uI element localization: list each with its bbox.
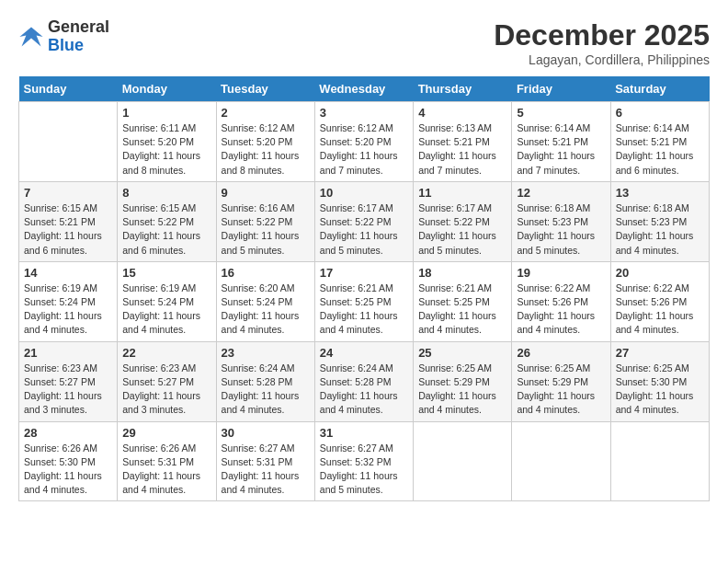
day-number: 14 <box>24 266 112 280</box>
day-number: 15 <box>122 266 210 280</box>
day-number: 30 <box>222 426 310 440</box>
day-info: Sunrise: 6:11 AM Sunset: 5:20 PM Dayligh… <box>122 121 210 178</box>
day-info: Sunrise: 6:23 AM Sunset: 5:27 PM Dayligh… <box>122 362 210 418</box>
day-number: 25 <box>418 346 506 360</box>
weekday-header-thursday: Thursday <box>414 76 512 102</box>
day-number: 8 <box>122 186 210 200</box>
day-info: Sunrise: 6:15 AM Sunset: 5:22 PM Dayligh… <box>122 201 210 258</box>
day-number: 4 <box>418 106 506 120</box>
calendar-header: SundayMondayTuesdayWednesdayThursdayFrid… <box>19 76 710 102</box>
day-info: Sunrise: 6:25 AM Sunset: 5:29 PM Dayligh… <box>517 362 605 418</box>
calendar-cell <box>512 421 610 501</box>
calendar-cell: 14Sunrise: 6:19 AM Sunset: 5:24 PM Dayli… <box>19 261 118 341</box>
calendar-week-3: 14Sunrise: 6:19 AM Sunset: 5:24 PM Dayli… <box>19 261 710 341</box>
day-info: Sunrise: 6:19 AM Sunset: 5:24 PM Dayligh… <box>122 282 210 338</box>
day-number: 22 <box>122 346 210 360</box>
weekday-header-monday: Monday <box>118 76 216 102</box>
calendar-cell: 12Sunrise: 6:18 AM Sunset: 5:23 PM Dayli… <box>512 181 610 261</box>
day-info: Sunrise: 6:27 AM Sunset: 5:31 PM Dayligh… <box>222 442 310 498</box>
calendar-cell: 6Sunrise: 6:14 AM Sunset: 5:21 PM Daylig… <box>610 102 709 182</box>
day-info: Sunrise: 6:24 AM Sunset: 5:28 PM Dayligh… <box>222 362 310 418</box>
day-info: Sunrise: 6:25 AM Sunset: 5:30 PM Dayligh… <box>616 362 704 418</box>
calendar-cell: 4Sunrise: 6:13 AM Sunset: 5:21 PM Daylig… <box>414 102 512 182</box>
day-info: Sunrise: 6:24 AM Sunset: 5:28 PM Dayligh… <box>320 362 408 418</box>
day-info: Sunrise: 6:23 AM Sunset: 5:27 PM Dayligh… <box>24 362 112 418</box>
day-info: Sunrise: 6:27 AM Sunset: 5:32 PM Dayligh… <box>320 442 408 498</box>
calendar-cell: 9Sunrise: 6:16 AM Sunset: 5:22 PM Daylig… <box>216 181 314 261</box>
calendar-cell <box>414 421 512 501</box>
day-info: Sunrise: 6:22 AM Sunset: 5:26 PM Dayligh… <box>616 282 704 338</box>
calendar-cell: 15Sunrise: 6:19 AM Sunset: 5:24 PM Dayli… <box>118 261 216 341</box>
day-info: Sunrise: 6:25 AM Sunset: 5:29 PM Dayligh… <box>418 362 506 418</box>
calendar-cell: 11Sunrise: 6:17 AM Sunset: 5:22 PM Dayli… <box>414 181 512 261</box>
location-subtitle: Lagayan, Cordillera, Philippines <box>494 52 710 67</box>
calendar-cell: 22Sunrise: 6:23 AM Sunset: 5:27 PM Dayli… <box>118 341 216 421</box>
calendar-cell: 7Sunrise: 6:15 AM Sunset: 5:21 PM Daylig… <box>19 181 118 261</box>
calendar-cell: 27Sunrise: 6:25 AM Sunset: 5:30 PM Dayli… <box>610 341 709 421</box>
day-number: 28 <box>24 426 112 440</box>
weekday-header-saturday: Saturday <box>610 76 709 102</box>
weekday-header-row: SundayMondayTuesdayWednesdayThursdayFrid… <box>19 76 710 102</box>
svg-marker-0 <box>19 27 42 46</box>
calendar-cell: 17Sunrise: 6:21 AM Sunset: 5:25 PM Dayli… <box>314 261 413 341</box>
day-info: Sunrise: 6:14 AM Sunset: 5:21 PM Dayligh… <box>517 121 605 178</box>
calendar-cell: 3Sunrise: 6:12 AM Sunset: 5:20 PM Daylig… <box>314 102 413 182</box>
calendar-cell <box>19 102 118 182</box>
day-number: 19 <box>517 266 605 280</box>
day-number: 21 <box>24 346 112 360</box>
calendar-week-1: 1Sunrise: 6:11 AM Sunset: 5:20 PM Daylig… <box>19 102 710 182</box>
calendar-cell: 28Sunrise: 6:26 AM Sunset: 5:30 PM Dayli… <box>19 421 118 501</box>
calendar-cell: 2Sunrise: 6:12 AM Sunset: 5:20 PM Daylig… <box>216 102 314 182</box>
calendar-cell: 19Sunrise: 6:22 AM Sunset: 5:26 PM Dayli… <box>512 261 610 341</box>
calendar-cell: 25Sunrise: 6:25 AM Sunset: 5:29 PM Dayli… <box>414 341 512 421</box>
day-info: Sunrise: 6:20 AM Sunset: 5:24 PM Dayligh… <box>222 282 310 338</box>
day-number: 2 <box>222 106 310 120</box>
calendar-body: 1Sunrise: 6:11 AM Sunset: 5:20 PM Daylig… <box>19 102 710 501</box>
weekday-header-friday: Friday <box>512 76 610 102</box>
calendar-cell: 16Sunrise: 6:20 AM Sunset: 5:24 PM Dayli… <box>216 261 314 341</box>
weekday-header-tuesday: Tuesday <box>216 76 314 102</box>
day-number: 18 <box>418 266 506 280</box>
day-number: 1 <box>122 106 210 120</box>
day-info: Sunrise: 6:21 AM Sunset: 5:25 PM Dayligh… <box>418 282 506 338</box>
day-number: 26 <box>517 346 605 360</box>
day-number: 17 <box>320 266 408 280</box>
calendar-cell: 26Sunrise: 6:25 AM Sunset: 5:29 PM Dayli… <box>512 341 610 421</box>
calendar-cell: 20Sunrise: 6:22 AM Sunset: 5:26 PM Dayli… <box>610 261 709 341</box>
day-number: 10 <box>320 186 408 200</box>
calendar-week-2: 7Sunrise: 6:15 AM Sunset: 5:21 PM Daylig… <box>19 181 710 261</box>
weekday-header-sunday: Sunday <box>19 76 118 102</box>
day-info: Sunrise: 6:22 AM Sunset: 5:26 PM Dayligh… <box>517 282 605 338</box>
day-number: 29 <box>122 426 210 440</box>
calendar-cell: 31Sunrise: 6:27 AM Sunset: 5:32 PM Dayli… <box>314 421 413 501</box>
calendar-cell: 10Sunrise: 6:17 AM Sunset: 5:22 PM Dayli… <box>314 181 413 261</box>
day-number: 5 <box>517 106 605 120</box>
calendar-cell: 21Sunrise: 6:23 AM Sunset: 5:27 PM Dayli… <box>19 341 118 421</box>
day-number: 9 <box>222 186 310 200</box>
day-info: Sunrise: 6:26 AM Sunset: 5:31 PM Dayligh… <box>122 442 210 498</box>
calendar-cell: 1Sunrise: 6:11 AM Sunset: 5:20 PM Daylig… <box>118 102 216 182</box>
calendar-cell: 29Sunrise: 6:26 AM Sunset: 5:31 PM Dayli… <box>118 421 216 501</box>
day-number: 23 <box>222 346 310 360</box>
month-title: December 2025 <box>494 18 710 52</box>
calendar-cell <box>610 421 709 501</box>
logo-bird-icon <box>18 24 44 50</box>
day-info: Sunrise: 6:17 AM Sunset: 5:22 PM Dayligh… <box>418 201 506 258</box>
day-number: 27 <box>616 346 704 360</box>
day-info: Sunrise: 6:15 AM Sunset: 5:21 PM Dayligh… <box>24 201 112 258</box>
day-info: Sunrise: 6:16 AM Sunset: 5:22 PM Dayligh… <box>222 201 310 258</box>
calendar-cell: 30Sunrise: 6:27 AM Sunset: 5:31 PM Dayli… <box>216 421 314 501</box>
calendar-cell: 24Sunrise: 6:24 AM Sunset: 5:28 PM Dayli… <box>314 341 413 421</box>
calendar-cell: 23Sunrise: 6:24 AM Sunset: 5:28 PM Dayli… <box>216 341 314 421</box>
title-block: December 2025 Lagayan, Cordillera, Phili… <box>494 18 710 67</box>
day-number: 13 <box>616 186 704 200</box>
logo-blue: Blue <box>48 36 84 54</box>
day-info: Sunrise: 6:18 AM Sunset: 5:23 PM Dayligh… <box>616 201 704 258</box>
day-info: Sunrise: 6:26 AM Sunset: 5:30 PM Dayligh… <box>24 442 112 498</box>
day-number: 16 <box>222 266 310 280</box>
page-header: General Blue December 2025 Lagayan, Cord… <box>18 18 710 67</box>
day-info: Sunrise: 6:19 AM Sunset: 5:24 PM Dayligh… <box>24 282 112 338</box>
day-number: 3 <box>320 106 408 120</box>
day-info: Sunrise: 6:21 AM Sunset: 5:25 PM Dayligh… <box>320 282 408 338</box>
day-number: 11 <box>418 186 506 200</box>
